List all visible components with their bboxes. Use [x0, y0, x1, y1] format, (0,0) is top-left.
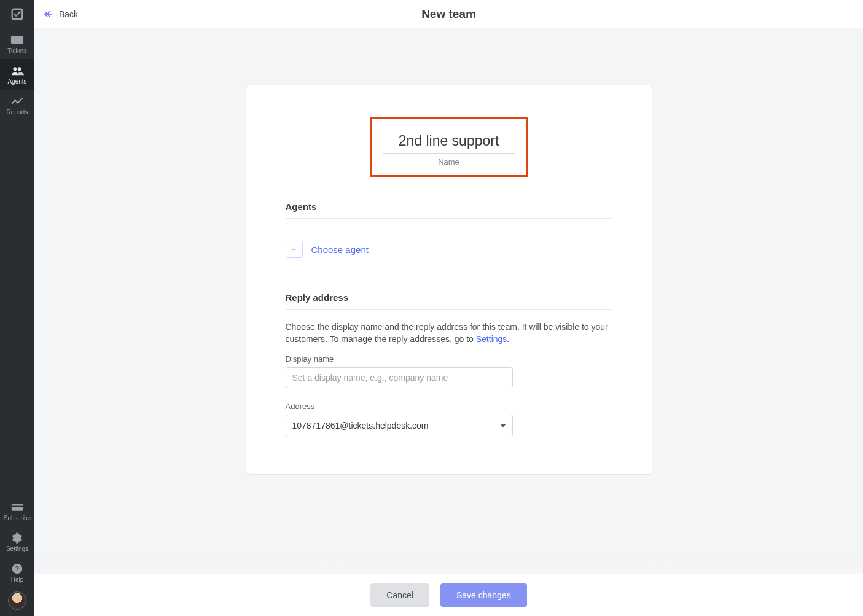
- svg-text:?: ?: [15, 565, 19, 572]
- cancel-button[interactable]: Cancel: [370, 583, 429, 607]
- add-agent-button[interactable]: +: [286, 241, 303, 258]
- settings-link[interactable]: Settings: [476, 334, 507, 344]
- team-name-input[interactable]: [383, 133, 515, 154]
- address-select[interactable]: 1078717861@tickets.helpdesk.com: [286, 415, 513, 437]
- sidebar: Tickets Agents Reports: [0, 0, 34, 616]
- card-icon: [10, 502, 24, 513]
- svg-rect-5: [12, 506, 23, 508]
- nav-label: Settings: [6, 546, 28, 552]
- page-title: New team: [421, 7, 476, 21]
- display-name-input[interactable]: [286, 367, 513, 388]
- back-label: Back: [59, 9, 78, 19]
- nav-help[interactable]: ? Help: [0, 557, 34, 588]
- display-name-label: Display name: [286, 354, 612, 364]
- team-name-caption: Name: [438, 157, 459, 166]
- reply-description: Choose the display name and the reply ad…: [286, 321, 612, 346]
- chevron-down-icon: [500, 424, 506, 427]
- agents-section-title: Agents: [286, 201, 612, 219]
- agents-icon: [10, 65, 24, 76]
- back-button[interactable]: Back: [34, 0, 87, 28]
- topbar: Back New team: [34, 0, 863, 28]
- nav-label: Help: [11, 577, 24, 583]
- nav-agents[interactable]: Agents: [0, 59, 34, 90]
- reports-icon: [10, 96, 24, 107]
- nav-label: Tickets: [7, 48, 26, 54]
- svg-point-2: [13, 67, 17, 71]
- reply-section-title: Reply address: [286, 292, 612, 310]
- nav-reports[interactable]: Reports: [0, 90, 34, 120]
- nav-label: Agents: [7, 79, 26, 85]
- nav-tickets[interactable]: Tickets: [0, 28, 34, 59]
- nav-settings[interactable]: Settings: [0, 526, 34, 557]
- back-arrow-icon: [43, 9, 54, 20]
- form-card: Name Agents + Choose agent Reply address…: [246, 85, 652, 475]
- footer-bar: Cancel Save changes: [34, 573, 863, 616]
- svg-point-3: [18, 67, 21, 71]
- ticket-icon: [10, 34, 24, 45]
- nav-label: Subscribe: [4, 515, 31, 521]
- gear-icon: [10, 532, 24, 544]
- svg-rect-1: [11, 36, 23, 44]
- team-name-frame: Name: [370, 117, 528, 177]
- app-logo[interactable]: [0, 0, 34, 28]
- address-label: Address: [286, 402, 612, 411]
- user-avatar[interactable]: [8, 591, 26, 610]
- nav-subscribe[interactable]: Subscribe: [0, 496, 34, 526]
- choose-agent-link[interactable]: Choose agent: [311, 244, 369, 255]
- save-button[interactable]: Save changes: [440, 583, 527, 607]
- nav-label: Reports: [6, 109, 28, 115]
- help-icon: ?: [10, 563, 24, 574]
- address-value: 1078717861@tickets.helpdesk.com: [292, 421, 429, 431]
